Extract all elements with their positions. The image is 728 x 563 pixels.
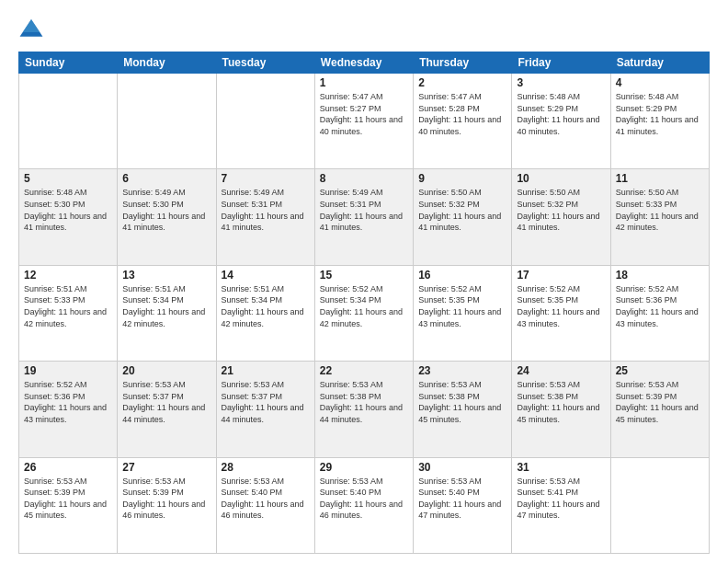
day-info: Sunrise: 5:53 AM Sunset: 5:37 PM Dayligh… (122, 379, 210, 425)
logo (18, 17, 48, 42)
calendar-day-cell (610, 457, 709, 553)
day-info: Sunrise: 5:53 AM Sunset: 5:41 PM Dayligh… (517, 476, 605, 522)
day-number: 6 (122, 172, 210, 185)
day-number: 19 (24, 364, 112, 377)
calendar-header-cell: Wednesday (314, 52, 413, 74)
calendar-day-cell: 1Sunrise: 5:47 AM Sunset: 5:27 PM Daylig… (314, 74, 413, 169)
calendar-day-cell: 13Sunrise: 5:51 AM Sunset: 5:34 PM Dayli… (118, 265, 216, 361)
day-number: 26 (24, 461, 112, 474)
calendar-day-cell: 19Sunrise: 5:52 AM Sunset: 5:36 PM Dayli… (19, 362, 118, 457)
calendar-header-cell: Tuesday (216, 52, 314, 74)
day-number: 11 (616, 172, 704, 185)
svg-marker-1 (23, 19, 40, 32)
calendar-day-cell: 5Sunrise: 5:48 AM Sunset: 5:30 PM Daylig… (19, 169, 118, 265)
calendar-day-cell (19, 74, 118, 169)
day-info: Sunrise: 5:53 AM Sunset: 5:40 PM Dayligh… (418, 476, 506, 522)
calendar-day-cell: 16Sunrise: 5:52 AM Sunset: 5:35 PM Dayli… (414, 265, 512, 361)
day-info: Sunrise: 5:53 AM Sunset: 5:39 PM Dayligh… (24, 476, 112, 522)
day-info: Sunrise: 5:51 AM Sunset: 5:34 PM Dayligh… (122, 283, 210, 329)
calendar-day-cell: 21Sunrise: 5:53 AM Sunset: 5:37 PM Dayli… (216, 362, 314, 457)
calendar-day-cell: 20Sunrise: 5:53 AM Sunset: 5:37 PM Dayli… (118, 362, 216, 457)
calendar-week-row: 12Sunrise: 5:51 AM Sunset: 5:33 PM Dayli… (19, 265, 710, 361)
day-info: Sunrise: 5:52 AM Sunset: 5:36 PM Dayligh… (616, 283, 704, 329)
calendar-day-cell: 17Sunrise: 5:52 AM Sunset: 5:35 PM Dayli… (512, 265, 610, 361)
calendar-header-cell: Friday (512, 52, 610, 74)
calendar-week-row: 1Sunrise: 5:47 AM Sunset: 5:27 PM Daylig… (19, 74, 710, 169)
day-info: Sunrise: 5:48 AM Sunset: 5:30 PM Dayligh… (24, 187, 112, 233)
day-info: Sunrise: 5:47 AM Sunset: 5:28 PM Dayligh… (418, 91, 506, 137)
calendar-day-cell: 2Sunrise: 5:47 AM Sunset: 5:28 PM Daylig… (414, 74, 512, 169)
day-number: 3 (517, 76, 605, 89)
calendar-day-cell: 18Sunrise: 5:52 AM Sunset: 5:36 PM Dayli… (610, 265, 709, 361)
day-info: Sunrise: 5:51 AM Sunset: 5:34 PM Dayligh… (222, 283, 310, 329)
day-number: 27 (122, 461, 210, 474)
day-info: Sunrise: 5:53 AM Sunset: 5:38 PM Dayligh… (320, 379, 408, 425)
day-number: 24 (517, 364, 605, 377)
day-info: Sunrise: 5:52 AM Sunset: 5:34 PM Dayligh… (320, 283, 408, 329)
calendar-day-cell: 30Sunrise: 5:53 AM Sunset: 5:40 PM Dayli… (414, 457, 512, 553)
calendar-header-cell: Thursday (414, 52, 512, 74)
day-number: 10 (517, 172, 605, 185)
calendar-day-cell: 31Sunrise: 5:53 AM Sunset: 5:41 PM Dayli… (512, 457, 610, 553)
day-number: 12 (24, 269, 112, 282)
day-number: 14 (222, 269, 310, 282)
calendar-header-row: SundayMondayTuesdayWednesdayThursdayFrid… (19, 52, 710, 74)
calendar-day-cell: 8Sunrise: 5:49 AM Sunset: 5:31 PM Daylig… (314, 169, 413, 265)
header (18, 17, 710, 42)
day-number: 31 (517, 461, 605, 474)
day-number: 15 (320, 269, 408, 282)
calendar-day-cell: 26Sunrise: 5:53 AM Sunset: 5:39 PM Dayli… (19, 457, 118, 553)
calendar-day-cell: 24Sunrise: 5:53 AM Sunset: 5:38 PM Dayli… (512, 362, 610, 457)
day-info: Sunrise: 5:53 AM Sunset: 5:39 PM Dayligh… (122, 476, 210, 522)
day-info: Sunrise: 5:51 AM Sunset: 5:33 PM Dayligh… (24, 283, 112, 329)
calendar-day-cell: 15Sunrise: 5:52 AM Sunset: 5:34 PM Dayli… (314, 265, 413, 361)
day-info: Sunrise: 5:47 AM Sunset: 5:27 PM Dayligh… (320, 91, 408, 137)
day-number: 5 (24, 172, 112, 185)
day-info: Sunrise: 5:49 AM Sunset: 5:30 PM Dayligh… (122, 187, 210, 233)
day-number: 4 (616, 76, 704, 89)
day-info: Sunrise: 5:53 AM Sunset: 5:40 PM Dayligh… (222, 476, 310, 522)
day-number: 21 (222, 364, 310, 377)
page: SundayMondayTuesdayWednesdayThursdayFrid… (0, 0, 728, 563)
calendar-day-cell: 12Sunrise: 5:51 AM Sunset: 5:33 PM Dayli… (19, 265, 118, 361)
calendar-week-row: 19Sunrise: 5:52 AM Sunset: 5:36 PM Dayli… (19, 362, 710, 457)
calendar-day-cell: 29Sunrise: 5:53 AM Sunset: 5:40 PM Dayli… (314, 457, 413, 553)
day-number: 22 (320, 364, 408, 377)
day-info: Sunrise: 5:53 AM Sunset: 5:40 PM Dayligh… (320, 476, 408, 522)
calendar-day-cell: 11Sunrise: 5:50 AM Sunset: 5:33 PM Dayli… (610, 169, 709, 265)
calendar-day-cell: 9Sunrise: 5:50 AM Sunset: 5:32 PM Daylig… (414, 169, 512, 265)
calendar-day-cell: 14Sunrise: 5:51 AM Sunset: 5:34 PM Dayli… (216, 265, 314, 361)
day-number: 18 (616, 269, 704, 282)
day-info: Sunrise: 5:50 AM Sunset: 5:33 PM Dayligh… (616, 187, 704, 233)
day-number: 13 (122, 269, 210, 282)
calendar-table: SundayMondayTuesdayWednesdayThursdayFrid… (18, 52, 710, 554)
day-number: 8 (320, 172, 408, 185)
calendar-header-cell: Sunday (19, 52, 118, 74)
day-info: Sunrise: 5:53 AM Sunset: 5:37 PM Dayligh… (222, 379, 310, 425)
day-number: 25 (616, 364, 704, 377)
day-info: Sunrise: 5:53 AM Sunset: 5:38 PM Dayligh… (517, 379, 605, 425)
calendar-day-cell (118, 74, 216, 169)
calendar-header-cell: Monday (118, 52, 216, 74)
day-number: 20 (122, 364, 210, 377)
day-info: Sunrise: 5:53 AM Sunset: 5:38 PM Dayligh… (418, 379, 506, 425)
day-info: Sunrise: 5:53 AM Sunset: 5:39 PM Dayligh… (616, 379, 704, 425)
day-info: Sunrise: 5:48 AM Sunset: 5:29 PM Dayligh… (517, 91, 605, 137)
day-info: Sunrise: 5:48 AM Sunset: 5:29 PM Dayligh… (616, 91, 704, 137)
day-number: 28 (222, 461, 310, 474)
day-number: 16 (418, 269, 506, 282)
calendar-day-cell: 7Sunrise: 5:49 AM Sunset: 5:31 PM Daylig… (216, 169, 314, 265)
day-info: Sunrise: 5:50 AM Sunset: 5:32 PM Dayligh… (517, 187, 605, 233)
calendar-day-cell: 6Sunrise: 5:49 AM Sunset: 5:30 PM Daylig… (118, 169, 216, 265)
calendar-day-cell: 22Sunrise: 5:53 AM Sunset: 5:38 PM Dayli… (314, 362, 413, 457)
day-info: Sunrise: 5:49 AM Sunset: 5:31 PM Dayligh… (222, 187, 310, 233)
calendar-week-row: 5Sunrise: 5:48 AM Sunset: 5:30 PM Daylig… (19, 169, 710, 265)
day-info: Sunrise: 5:49 AM Sunset: 5:31 PM Dayligh… (320, 187, 408, 233)
day-number: 23 (418, 364, 506, 377)
day-info: Sunrise: 5:52 AM Sunset: 5:35 PM Dayligh… (517, 283, 605, 329)
calendar-day-cell: 10Sunrise: 5:50 AM Sunset: 5:32 PM Dayli… (512, 169, 610, 265)
calendar-day-cell: 4Sunrise: 5:48 AM Sunset: 5:29 PM Daylig… (610, 74, 709, 169)
day-number: 30 (418, 461, 506, 474)
day-info: Sunrise: 5:50 AM Sunset: 5:32 PM Dayligh… (418, 187, 506, 233)
calendar-day-cell: 3Sunrise: 5:48 AM Sunset: 5:29 PM Daylig… (512, 74, 610, 169)
